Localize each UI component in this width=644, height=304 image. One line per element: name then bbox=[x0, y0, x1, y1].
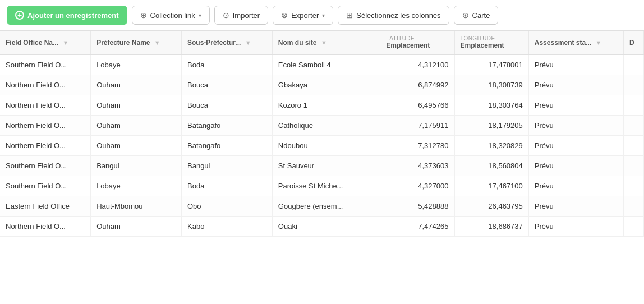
cell-status: Prévu bbox=[528, 54, 623, 75]
col-header-status: Assessment sta... ▼ bbox=[528, 31, 623, 54]
table-row: Northern Field O...OuhamBoucaKozoro 16,4… bbox=[0, 95, 644, 116]
cell-sous: Bouca bbox=[182, 75, 273, 95]
cell-prefecture: Ouham bbox=[91, 95, 182, 116]
cell-lat: 4,327000 bbox=[380, 176, 454, 196]
cell-prefecture: Ouham bbox=[91, 75, 182, 95]
map-label: Carte bbox=[472, 11, 490, 20]
filter-icon-field-office[interactable]: ▼ bbox=[62, 39, 68, 46]
cell-field_office: Eastern Field Office bbox=[0, 196, 91, 217]
table-row: Northern Field O...OuhamBatangafoCatholi… bbox=[0, 116, 644, 136]
col-header-sous: Sous-Préfectur... ▼ bbox=[182, 31, 273, 54]
cell-prefecture: Ouham bbox=[91, 217, 182, 237]
importer-label: Importer bbox=[233, 11, 260, 20]
cell-status: Prévu bbox=[528, 196, 623, 217]
cell-nom: St Sauveur bbox=[272, 156, 380, 176]
cell-field_office: Northern Field O... bbox=[0, 217, 91, 237]
table-row: Southern Field O...LobayeBodaParoisse St… bbox=[0, 176, 644, 196]
chevron-down-icon: ▾ bbox=[199, 12, 201, 19]
exporter-label: Exporter bbox=[291, 11, 319, 20]
table-row: Northern Field O...OuhamKaboOuaki7,47426… bbox=[0, 217, 644, 237]
map-button[interactable]: ⊛ Carte bbox=[454, 6, 499, 25]
cell-sous: Kabo bbox=[182, 217, 273, 237]
exporter-button[interactable]: ⊗ Exporter ▾ bbox=[273, 6, 333, 25]
cell-sous: Boda bbox=[182, 176, 273, 196]
cell-field_office: Southern Field O... bbox=[0, 156, 91, 176]
cell-prefecture: Haut-Mbomou bbox=[91, 196, 182, 217]
cell-field_office: Southern Field O... bbox=[0, 54, 91, 75]
columns-label: Sélectionnez les colonnes bbox=[356, 11, 440, 20]
cell-lat: 7,175911 bbox=[380, 116, 454, 136]
table-row: Northern Field O...OuhamBoucaGbakaya6,87… bbox=[0, 75, 644, 95]
chevron-down-icon-exporter: ▾ bbox=[322, 12, 325, 19]
table-header-row: Field Office Na... ▼ Préfecture Name ▼ S… bbox=[0, 31, 644, 54]
cell-nom: Paroisse St Miche... bbox=[272, 176, 380, 196]
exporter-icon: ⊗ bbox=[281, 11, 288, 20]
importer-button[interactable]: ⊙ Importer bbox=[214, 6, 268, 25]
table-row: Eastern Field OfficeHaut-MbomouOboGougbe… bbox=[0, 196, 644, 217]
cell-sous: Bangui bbox=[182, 156, 273, 176]
cell-lat: 7,312780 bbox=[380, 136, 454, 156]
toolbar: + Ajouter un enregistrement ⊕ Collection… bbox=[0, 0, 644, 31]
cell-field_office: Northern Field O... bbox=[0, 95, 91, 116]
map-icon: ⊛ bbox=[462, 11, 469, 20]
cell-nom: Gougbere (ensem... bbox=[272, 196, 380, 217]
columns-icon: ⊞ bbox=[346, 11, 353, 20]
filter-icon-nom[interactable]: ▼ bbox=[321, 39, 327, 46]
cell-lon: 26,463795 bbox=[454, 196, 528, 217]
table-body: Southern Field O...LobayeBodaEcole Sambo… bbox=[0, 54, 644, 237]
collection-link-label: Collection link bbox=[150, 11, 195, 20]
cell-prefecture: Lobaye bbox=[91, 54, 182, 75]
cell-field_office: Southern Field O... bbox=[0, 176, 91, 196]
cell-status: Prévu bbox=[528, 136, 623, 156]
cell-sous: Batangafo bbox=[182, 136, 273, 156]
col-header-lon: LONGITUDE Emplacement bbox=[454, 31, 528, 54]
cell-lat: 4,312100 bbox=[380, 54, 454, 75]
cell-nom: Ndoubou bbox=[272, 136, 380, 156]
filter-icon-status[interactable]: ▼ bbox=[596, 39, 602, 46]
cell-prefecture: Ouham bbox=[91, 116, 182, 136]
cell-nom: Kozoro 1 bbox=[272, 95, 380, 116]
col-header-lat: LATITUDE Emplacement bbox=[380, 31, 454, 54]
columns-button[interactable]: ⊞ Sélectionnez les colonnes bbox=[338, 6, 449, 25]
cell-sous: Bouca bbox=[182, 95, 273, 116]
data-table: Field Office Na... ▼ Préfecture Name ▼ S… bbox=[0, 31, 644, 237]
add-record-button[interactable]: + Ajouter un enregistrement bbox=[7, 6, 127, 25]
cell-lon: 18,560804 bbox=[454, 156, 528, 176]
filter-icon-prefecture[interactable]: ▼ bbox=[154, 39, 160, 46]
collection-link-icon: ⊕ bbox=[140, 11, 147, 20]
cell-status: Prévu bbox=[528, 116, 623, 136]
add-record-label: Ajouter un enregistrement bbox=[27, 11, 119, 20]
cell-nom: Catholique bbox=[272, 116, 380, 136]
cell-d bbox=[623, 156, 643, 176]
cell-lon: 17,467100 bbox=[454, 176, 528, 196]
cell-lat: 5,428888 bbox=[380, 196, 454, 217]
cell-d bbox=[623, 217, 643, 237]
cell-sous: Batangafo bbox=[182, 116, 273, 136]
cell-d bbox=[623, 116, 643, 136]
cell-d bbox=[623, 95, 643, 116]
col-header-prefecture: Préfecture Name ▼ bbox=[91, 31, 182, 54]
cell-nom: Ecole Samboli 4 bbox=[272, 54, 380, 75]
cell-lon: 17,478001 bbox=[454, 54, 528, 75]
cell-prefecture: Ouham bbox=[91, 136, 182, 156]
cell-lon: 18,179205 bbox=[454, 116, 528, 136]
cell-lon: 18,320829 bbox=[454, 136, 528, 156]
cell-field_office: Northern Field O... bbox=[0, 116, 91, 136]
cell-nom: Gbakaya bbox=[272, 75, 380, 95]
cell-lat: 4,373603 bbox=[380, 156, 454, 176]
cell-prefecture: Lobaye bbox=[91, 176, 182, 196]
table-row: Southern Field O...LobayeBodaEcole Sambo… bbox=[0, 54, 644, 75]
cell-nom: Ouaki bbox=[272, 217, 380, 237]
cell-status: Prévu bbox=[528, 176, 623, 196]
cell-lon: 18,686737 bbox=[454, 217, 528, 237]
cell-status: Prévu bbox=[528, 156, 623, 176]
cell-d bbox=[623, 54, 643, 75]
cell-d bbox=[623, 75, 643, 95]
cell-lat: 7,474265 bbox=[380, 217, 454, 237]
add-icon: + bbox=[15, 11, 24, 20]
filter-icon-sous[interactable]: ▼ bbox=[245, 39, 251, 46]
collection-link-button[interactable]: ⊕ Collection link ▾ bbox=[132, 6, 210, 25]
cell-lat: 6,495766 bbox=[380, 95, 454, 116]
cell-sous: Boda bbox=[182, 54, 273, 75]
cell-lat: 6,874992 bbox=[380, 75, 454, 95]
